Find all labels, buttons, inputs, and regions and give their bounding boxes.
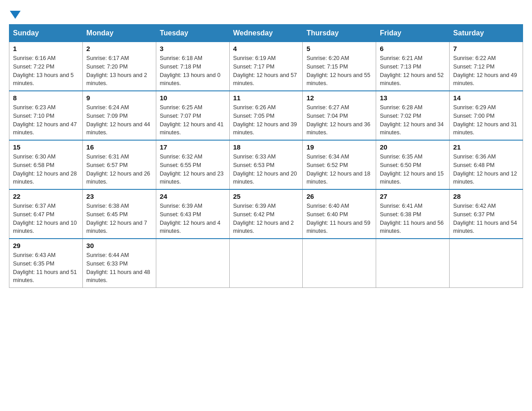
calendar-header-friday: Friday — [376, 25, 450, 42]
day-info: Sunrise: 6:24 AMSunset: 7:09 PMDaylight:… — [86, 103, 152, 137]
calendar-cell: 15 Sunrise: 6:30 AMSunset: 6:58 PMDaylig… — [9, 140, 83, 189]
calendar-cell: 23 Sunrise: 6:38 AMSunset: 6:45 PMDaylig… — [82, 189, 156, 239]
calendar-table: SundayMondayTuesdayWednesdayThursdayFrid… — [9, 24, 523, 288]
day-number: 5 — [306, 45, 372, 52]
day-number: 16 — [86, 143, 152, 151]
calendar-cell: 11 Sunrise: 6:26 AMSunset: 7:05 PMDaylig… — [229, 91, 303, 140]
calendar-cell: 22 Sunrise: 6:37 AMSunset: 6:47 PMDaylig… — [9, 189, 83, 239]
calendar-cell: 6 Sunrise: 6:21 AMSunset: 7:13 PMDayligh… — [376, 42, 450, 91]
calendar-week-2: 8 Sunrise: 6:23 AMSunset: 7:10 PMDayligh… — [9, 91, 523, 140]
day-info: Sunrise: 6:39 AMSunset: 6:43 PMDaylight:… — [160, 202, 226, 235]
calendar-cell: 27 Sunrise: 6:41 AMSunset: 6:38 PMDaylig… — [376, 189, 450, 239]
calendar-cell: 4 Sunrise: 6:19 AMSunset: 7:17 PMDayligh… — [229, 42, 303, 91]
calendar-cell: 25 Sunrise: 6:39 AMSunset: 6:42 PMDaylig… — [229, 189, 303, 239]
calendar-cell: 1 Sunrise: 6:16 AMSunset: 7:22 PMDayligh… — [9, 42, 83, 91]
day-info: Sunrise: 6:30 AMSunset: 6:58 PMDaylight:… — [13, 153, 79, 186]
day-number: 22 — [13, 193, 79, 200]
day-number: 26 — [306, 193, 372, 200]
calendar-header-monday: Monday — [82, 25, 156, 42]
day-number: 4 — [233, 45, 299, 52]
day-info: Sunrise: 6:35 AMSunset: 6:50 PMDaylight:… — [380, 153, 446, 186]
calendar-cell: 5 Sunrise: 6:20 AMSunset: 7:15 PMDayligh… — [303, 42, 376, 91]
day-number: 29 — [13, 242, 79, 249]
calendar-header-sunday: Sunday — [9, 25, 83, 42]
page-header — [9, 9, 523, 15]
calendar-cell: 17 Sunrise: 6:32 AMSunset: 6:55 PMDaylig… — [156, 140, 229, 189]
day-number: 6 — [380, 45, 446, 52]
calendar-cell — [303, 239, 376, 288]
day-number: 14 — [453, 94, 519, 102]
day-info: Sunrise: 6:40 AMSunset: 6:40 PMDaylight:… — [306, 202, 372, 235]
day-info: Sunrise: 6:17 AMSunset: 7:20 PMDaylight:… — [86, 54, 152, 88]
day-number: 19 — [306, 143, 372, 151]
calendar-cell: 28 Sunrise: 6:42 AMSunset: 6:37 PMDaylig… — [450, 189, 523, 239]
calendar-header-saturday: Saturday — [450, 25, 523, 42]
day-number: 24 — [160, 193, 226, 200]
calendar-cell: 26 Sunrise: 6:40 AMSunset: 6:40 PMDaylig… — [303, 189, 376, 239]
calendar-cell — [156, 239, 229, 288]
calendar-week-3: 15 Sunrise: 6:30 AMSunset: 6:58 PMDaylig… — [9, 140, 523, 189]
calendar-cell: 13 Sunrise: 6:28 AMSunset: 7:02 PMDaylig… — [376, 91, 450, 140]
day-info: Sunrise: 6:21 AMSunset: 7:13 PMDaylight:… — [380, 54, 446, 88]
logo-arrow-icon — [10, 11, 21, 19]
day-number: 15 — [13, 143, 79, 151]
day-number: 7 — [453, 45, 519, 52]
day-info: Sunrise: 6:22 AMSunset: 7:12 PMDaylight:… — [453, 54, 519, 88]
calendar-cell: 8 Sunrise: 6:23 AMSunset: 7:10 PMDayligh… — [9, 91, 83, 140]
day-info: Sunrise: 6:37 AMSunset: 6:47 PMDaylight:… — [13, 202, 79, 235]
day-info: Sunrise: 6:36 AMSunset: 6:48 PMDaylight:… — [453, 153, 519, 186]
day-number: 28 — [453, 193, 519, 200]
day-number: 11 — [233, 94, 299, 102]
day-info: Sunrise: 6:31 AMSunset: 6:57 PMDaylight:… — [86, 153, 152, 186]
calendar-week-5: 29 Sunrise: 6:43 AMSunset: 6:35 PMDaylig… — [9, 239, 523, 288]
day-info: Sunrise: 6:26 AMSunset: 7:05 PMDaylight:… — [233, 103, 299, 137]
day-info: Sunrise: 6:27 AMSunset: 7:04 PMDaylight:… — [306, 103, 372, 137]
day-number: 2 — [86, 45, 152, 52]
calendar-header-tuesday: Tuesday — [156, 25, 229, 42]
day-info: Sunrise: 6:19 AMSunset: 7:17 PMDaylight:… — [233, 54, 299, 88]
calendar-header-wednesday: Wednesday — [229, 25, 303, 42]
day-info: Sunrise: 6:43 AMSunset: 6:35 PMDaylight:… — [13, 251, 79, 285]
logo — [9, 9, 21, 15]
day-number: 18 — [233, 143, 299, 151]
calendar-cell: 14 Sunrise: 6:29 AMSunset: 7:00 PMDaylig… — [450, 91, 523, 140]
calendar-cell: 7 Sunrise: 6:22 AMSunset: 7:12 PMDayligh… — [450, 42, 523, 91]
day-info: Sunrise: 6:25 AMSunset: 7:07 PMDaylight:… — [160, 103, 226, 137]
logo-row1 — [9, 9, 21, 17]
day-number: 20 — [380, 143, 446, 151]
day-number: 25 — [233, 193, 299, 200]
day-info: Sunrise: 6:16 AMSunset: 7:22 PMDaylight:… — [13, 54, 79, 88]
calendar-cell — [229, 239, 303, 288]
day-info: Sunrise: 6:29 AMSunset: 7:00 PMDaylight:… — [453, 103, 519, 137]
calendar-cell: 3 Sunrise: 6:18 AMSunset: 7:18 PMDayligh… — [156, 42, 229, 91]
day-number: 30 — [86, 242, 152, 249]
day-info: Sunrise: 6:23 AMSunset: 7:10 PMDaylight:… — [13, 103, 79, 137]
calendar-cell: 12 Sunrise: 6:27 AMSunset: 7:04 PMDaylig… — [303, 91, 376, 140]
day-number: 10 — [160, 94, 226, 102]
calendar-cell: 29 Sunrise: 6:43 AMSunset: 6:35 PMDaylig… — [9, 239, 83, 288]
calendar-header-thursday: Thursday — [303, 25, 376, 42]
calendar-cell: 19 Sunrise: 6:34 AMSunset: 6:52 PMDaylig… — [303, 140, 376, 189]
day-number: 9 — [86, 94, 152, 102]
calendar-cell: 16 Sunrise: 6:31 AMSunset: 6:57 PMDaylig… — [82, 140, 156, 189]
day-info: Sunrise: 6:34 AMSunset: 6:52 PMDaylight:… — [306, 153, 372, 186]
day-info: Sunrise: 6:18 AMSunset: 7:18 PMDaylight:… — [160, 54, 226, 88]
day-number: 8 — [13, 94, 79, 102]
day-info: Sunrise: 6:44 AMSunset: 6:33 PMDaylight:… — [86, 251, 152, 285]
day-info: Sunrise: 6:38 AMSunset: 6:45 PMDaylight:… — [86, 202, 152, 235]
day-info: Sunrise: 6:32 AMSunset: 6:55 PMDaylight:… — [160, 153, 226, 186]
calendar-cell — [376, 239, 450, 288]
calendar-cell: 10 Sunrise: 6:25 AMSunset: 7:07 PMDaylig… — [156, 91, 229, 140]
day-info: Sunrise: 6:20 AMSunset: 7:15 PMDaylight:… — [306, 54, 372, 88]
calendar-header-row: SundayMondayTuesdayWednesdayThursdayFrid… — [9, 25, 523, 42]
day-number: 13 — [380, 94, 446, 102]
calendar-week-4: 22 Sunrise: 6:37 AMSunset: 6:47 PMDaylig… — [9, 189, 523, 239]
calendar-cell: 21 Sunrise: 6:36 AMSunset: 6:48 PMDaylig… — [450, 140, 523, 189]
day-info: Sunrise: 6:33 AMSunset: 6:53 PMDaylight:… — [233, 153, 299, 186]
day-number: 21 — [453, 143, 519, 151]
day-number: 23 — [86, 193, 152, 200]
day-info: Sunrise: 6:28 AMSunset: 7:02 PMDaylight:… — [380, 103, 446, 137]
calendar-cell: 9 Sunrise: 6:24 AMSunset: 7:09 PMDayligh… — [82, 91, 156, 140]
day-info: Sunrise: 6:42 AMSunset: 6:37 PMDaylight:… — [453, 202, 519, 235]
day-number: 1 — [13, 45, 79, 52]
